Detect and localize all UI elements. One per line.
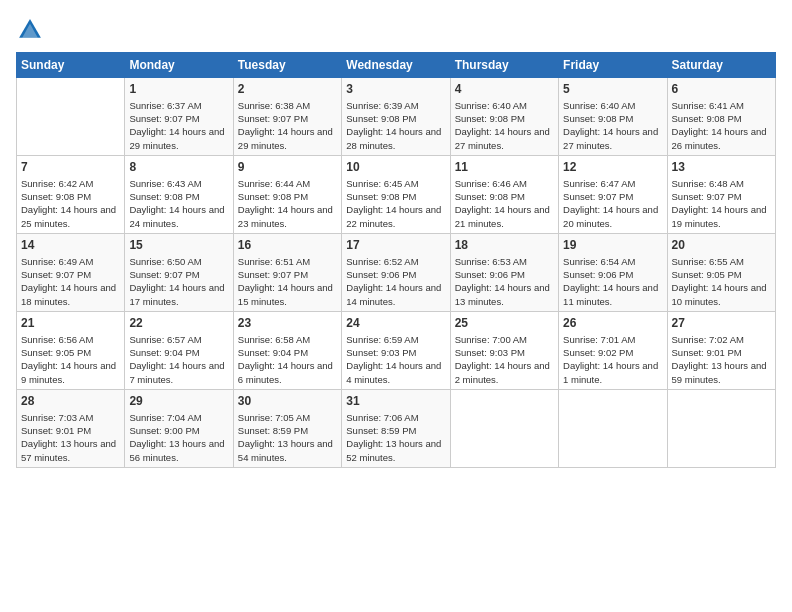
day-info: Sunrise: 6:37 AMSunset: 9:07 PMDaylight:… <box>129 99 228 152</box>
day-info: Sunrise: 7:02 AMSunset: 9:01 PMDaylight:… <box>672 333 771 386</box>
day-info: Sunrise: 6:59 AMSunset: 9:03 PMDaylight:… <box>346 333 445 386</box>
day-info: Sunrise: 6:43 AMSunset: 9:08 PMDaylight:… <box>129 177 228 230</box>
calendar-cell: 1Sunrise: 6:37 AMSunset: 9:07 PMDaylight… <box>125 78 233 156</box>
day-info: Sunrise: 6:39 AMSunset: 9:08 PMDaylight:… <box>346 99 445 152</box>
day-info: Sunrise: 6:41 AMSunset: 9:08 PMDaylight:… <box>672 99 771 152</box>
day-number: 23 <box>238 315 337 332</box>
calendar-cell: 25Sunrise: 7:00 AMSunset: 9:03 PMDayligh… <box>450 311 558 389</box>
day-info: Sunrise: 6:53 AMSunset: 9:06 PMDaylight:… <box>455 255 554 308</box>
day-info: Sunrise: 6:40 AMSunset: 9:08 PMDaylight:… <box>563 99 662 152</box>
day-header: Sunday <box>17 53 125 78</box>
calendar-cell: 6Sunrise: 6:41 AMSunset: 9:08 PMDaylight… <box>667 78 775 156</box>
day-number: 20 <box>672 237 771 254</box>
day-info: Sunrise: 6:47 AMSunset: 9:07 PMDaylight:… <box>563 177 662 230</box>
header <box>16 16 776 44</box>
calendar-cell: 10Sunrise: 6:45 AMSunset: 9:08 PMDayligh… <box>342 155 450 233</box>
day-header: Tuesday <box>233 53 341 78</box>
day-number: 4 <box>455 81 554 98</box>
day-info: Sunrise: 6:57 AMSunset: 9:04 PMDaylight:… <box>129 333 228 386</box>
day-number: 6 <box>672 81 771 98</box>
day-number: 29 <box>129 393 228 410</box>
day-info: Sunrise: 6:56 AMSunset: 9:05 PMDaylight:… <box>21 333 120 386</box>
day-number: 3 <box>346 81 445 98</box>
calendar-cell: 13Sunrise: 6:48 AMSunset: 9:07 PMDayligh… <box>667 155 775 233</box>
logo-icon <box>16 16 44 44</box>
calendar-week-row: 7Sunrise: 6:42 AMSunset: 9:08 PMDaylight… <box>17 155 776 233</box>
calendar-body: 1Sunrise: 6:37 AMSunset: 9:07 PMDaylight… <box>17 78 776 468</box>
day-info: Sunrise: 6:50 AMSunset: 9:07 PMDaylight:… <box>129 255 228 308</box>
calendar-cell: 17Sunrise: 6:52 AMSunset: 9:06 PMDayligh… <box>342 233 450 311</box>
day-number: 16 <box>238 237 337 254</box>
day-number: 28 <box>21 393 120 410</box>
calendar-cell: 14Sunrise: 6:49 AMSunset: 9:07 PMDayligh… <box>17 233 125 311</box>
calendar-week-row: 28Sunrise: 7:03 AMSunset: 9:01 PMDayligh… <box>17 389 776 467</box>
day-header: Monday <box>125 53 233 78</box>
day-number: 18 <box>455 237 554 254</box>
calendar-week-row: 21Sunrise: 6:56 AMSunset: 9:05 PMDayligh… <box>17 311 776 389</box>
day-number: 30 <box>238 393 337 410</box>
day-info: Sunrise: 6:40 AMSunset: 9:08 PMDaylight:… <box>455 99 554 152</box>
calendar-cell: 26Sunrise: 7:01 AMSunset: 9:02 PMDayligh… <box>559 311 667 389</box>
day-number: 22 <box>129 315 228 332</box>
calendar-header-row: SundayMondayTuesdayWednesdayThursdayFrid… <box>17 53 776 78</box>
day-number: 14 <box>21 237 120 254</box>
calendar-cell: 9Sunrise: 6:44 AMSunset: 9:08 PMDaylight… <box>233 155 341 233</box>
calendar-cell <box>450 389 558 467</box>
calendar-table: SundayMondayTuesdayWednesdayThursdayFrid… <box>16 52 776 468</box>
day-number: 19 <box>563 237 662 254</box>
day-number: 5 <box>563 81 662 98</box>
calendar-cell: 29Sunrise: 7:04 AMSunset: 9:00 PMDayligh… <box>125 389 233 467</box>
calendar-cell <box>667 389 775 467</box>
calendar-cell: 3Sunrise: 6:39 AMSunset: 9:08 PMDaylight… <box>342 78 450 156</box>
day-number: 31 <box>346 393 445 410</box>
calendar-cell: 20Sunrise: 6:55 AMSunset: 9:05 PMDayligh… <box>667 233 775 311</box>
day-number: 9 <box>238 159 337 176</box>
calendar-cell: 18Sunrise: 6:53 AMSunset: 9:06 PMDayligh… <box>450 233 558 311</box>
calendar-cell: 8Sunrise: 6:43 AMSunset: 9:08 PMDaylight… <box>125 155 233 233</box>
calendar-cell: 27Sunrise: 7:02 AMSunset: 9:01 PMDayligh… <box>667 311 775 389</box>
day-number: 24 <box>346 315 445 332</box>
day-number: 26 <box>563 315 662 332</box>
day-number: 25 <box>455 315 554 332</box>
calendar-cell: 21Sunrise: 6:56 AMSunset: 9:05 PMDayligh… <box>17 311 125 389</box>
calendar-cell: 5Sunrise: 6:40 AMSunset: 9:08 PMDaylight… <box>559 78 667 156</box>
day-number: 17 <box>346 237 445 254</box>
calendar-cell: 19Sunrise: 6:54 AMSunset: 9:06 PMDayligh… <box>559 233 667 311</box>
day-header: Friday <box>559 53 667 78</box>
calendar-cell: 4Sunrise: 6:40 AMSunset: 9:08 PMDaylight… <box>450 78 558 156</box>
day-info: Sunrise: 6:45 AMSunset: 9:08 PMDaylight:… <box>346 177 445 230</box>
calendar-cell: 28Sunrise: 7:03 AMSunset: 9:01 PMDayligh… <box>17 389 125 467</box>
day-info: Sunrise: 6:51 AMSunset: 9:07 PMDaylight:… <box>238 255 337 308</box>
day-header: Thursday <box>450 53 558 78</box>
calendar-cell: 23Sunrise: 6:58 AMSunset: 9:04 PMDayligh… <box>233 311 341 389</box>
day-info: Sunrise: 6:48 AMSunset: 9:07 PMDaylight:… <box>672 177 771 230</box>
day-number: 13 <box>672 159 771 176</box>
day-info: Sunrise: 6:55 AMSunset: 9:05 PMDaylight:… <box>672 255 771 308</box>
day-number: 10 <box>346 159 445 176</box>
calendar-cell: 12Sunrise: 6:47 AMSunset: 9:07 PMDayligh… <box>559 155 667 233</box>
day-info: Sunrise: 6:58 AMSunset: 9:04 PMDaylight:… <box>238 333 337 386</box>
day-info: Sunrise: 7:06 AMSunset: 8:59 PMDaylight:… <box>346 411 445 464</box>
day-info: Sunrise: 6:42 AMSunset: 9:08 PMDaylight:… <box>21 177 120 230</box>
day-info: Sunrise: 6:44 AMSunset: 9:08 PMDaylight:… <box>238 177 337 230</box>
calendar-cell: 2Sunrise: 6:38 AMSunset: 9:07 PMDaylight… <box>233 78 341 156</box>
day-info: Sunrise: 6:46 AMSunset: 9:08 PMDaylight:… <box>455 177 554 230</box>
day-info: Sunrise: 6:49 AMSunset: 9:07 PMDaylight:… <box>21 255 120 308</box>
day-info: Sunrise: 7:05 AMSunset: 8:59 PMDaylight:… <box>238 411 337 464</box>
day-number: 1 <box>129 81 228 98</box>
day-info: Sunrise: 6:52 AMSunset: 9:06 PMDaylight:… <box>346 255 445 308</box>
calendar-cell <box>559 389 667 467</box>
day-number: 2 <box>238 81 337 98</box>
calendar-cell: 22Sunrise: 6:57 AMSunset: 9:04 PMDayligh… <box>125 311 233 389</box>
day-info: Sunrise: 7:00 AMSunset: 9:03 PMDaylight:… <box>455 333 554 386</box>
day-number: 15 <box>129 237 228 254</box>
calendar-week-row: 14Sunrise: 6:49 AMSunset: 9:07 PMDayligh… <box>17 233 776 311</box>
calendar-cell: 16Sunrise: 6:51 AMSunset: 9:07 PMDayligh… <box>233 233 341 311</box>
calendar-cell: 15Sunrise: 6:50 AMSunset: 9:07 PMDayligh… <box>125 233 233 311</box>
day-number: 8 <box>129 159 228 176</box>
day-info: Sunrise: 7:03 AMSunset: 9:01 PMDaylight:… <box>21 411 120 464</box>
calendar-cell: 7Sunrise: 6:42 AMSunset: 9:08 PMDaylight… <box>17 155 125 233</box>
day-info: Sunrise: 7:04 AMSunset: 9:00 PMDaylight:… <box>129 411 228 464</box>
logo <box>16 16 46 44</box>
day-header: Saturday <box>667 53 775 78</box>
